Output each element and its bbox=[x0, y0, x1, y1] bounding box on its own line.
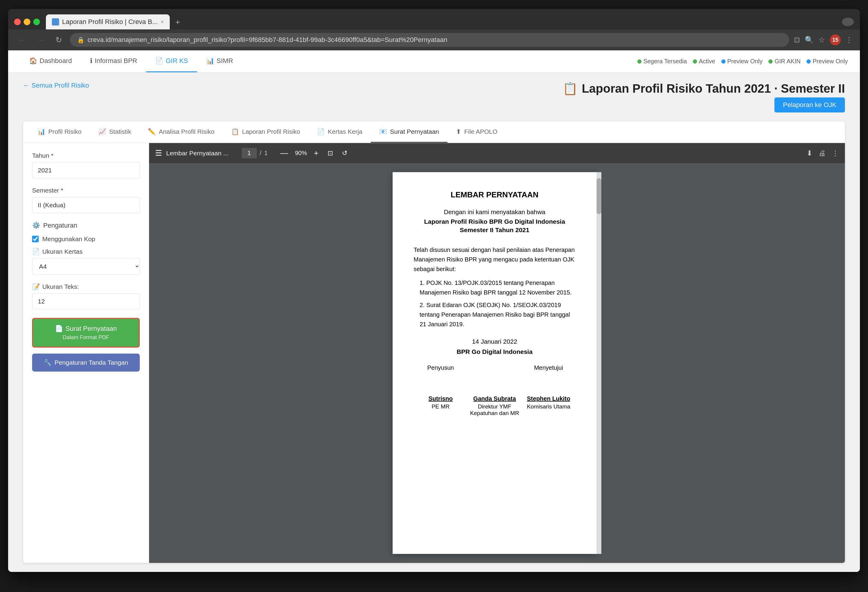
laporan-icon: 📋 bbox=[231, 128, 239, 135]
pdf-page-input[interactable] bbox=[242, 148, 257, 158]
menu-icon[interactable]: ⋮ bbox=[846, 36, 853, 44]
user-avatar[interactable]: 15 bbox=[830, 34, 841, 45]
search-icon[interactable]: 🔍 bbox=[805, 36, 814, 44]
nav-bar: ← → ↻ 🔒 creva.id/manajemen_risiko/lapora… bbox=[8, 30, 860, 50]
nav-simr[interactable]: 📊 SIMR bbox=[197, 50, 242, 72]
profil-icon: 📊 bbox=[37, 128, 45, 135]
app-container: 🏠 Dashboard ℹ Informasi BPR 📄 GIR KS 📊 S… bbox=[8, 50, 860, 572]
tahun-label: Tahun * bbox=[32, 152, 140, 159]
zoom-in-button[interactable]: + bbox=[311, 147, 320, 159]
back-link[interactable]: ← Semua Profil Risiko bbox=[23, 81, 89, 89]
ojk-button[interactable]: Pelaporan ke OJK bbox=[774, 97, 845, 112]
left-panel: Tahun * Semester * ⚙️ Pengaturan bbox=[23, 143, 149, 563]
nav-dashboard[interactable]: 🏠 Dashboard bbox=[20, 50, 81, 72]
signature-names: Sutrisno PE MR Ganda Subrata Direktur YM… bbox=[413, 395, 576, 416]
menyetujui-col: Menyetujui bbox=[521, 365, 576, 389]
ukuran-kertas-select[interactable]: A4 A3 Letter bbox=[32, 258, 140, 275]
simr-icon: 📊 bbox=[206, 57, 214, 65]
pdf-total-pages: 1 bbox=[264, 150, 267, 156]
rotate-button[interactable]: ↺ bbox=[340, 148, 350, 158]
scrollbar-thumb[interactable] bbox=[596, 178, 601, 214]
dot-active bbox=[693, 59, 697, 63]
tab-bar: Laporan Profil Risiko | Creva B... × + bbox=[46, 15, 838, 30]
signer2-role: Direktur YMF Kepatuhan dan MR bbox=[468, 403, 521, 416]
page-header: ← Semua Profil Risiko 📋 Laporan Profil R… bbox=[23, 81, 845, 112]
signer1-col: Sutrisno PE MR bbox=[413, 395, 468, 416]
tab-statistik[interactable]: 📈 Statistik bbox=[90, 121, 140, 143]
back-button[interactable]: ← bbox=[15, 34, 29, 46]
browser-window: Laporan Profil Risiko | Creva B... × + ←… bbox=[8, 9, 860, 572]
tab-profil-risiko[interactable]: 📊 Profil Risiko bbox=[29, 121, 90, 143]
pdf-menu-icon[interactable]: ☰ bbox=[155, 148, 162, 158]
signer3-col: Stephen Lukito Komisaris Utama bbox=[521, 395, 576, 416]
content-wrapper: 📊 Profil Risiko 📈 Statistik ✏️ Analisa P… bbox=[23, 121, 845, 563]
minimize-button[interactable] bbox=[24, 19, 30, 25]
pdf-scrollbar[interactable] bbox=[596, 172, 601, 554]
surat-pernyataan-button[interactable]: 📄 Surat Pernyataan Dalam Format PDF bbox=[32, 318, 140, 348]
page-title: 📋 Laporan Profil Risiko Tahun 2021 · Sem… bbox=[563, 81, 845, 96]
menggunakan-kop-checkbox[interactable] bbox=[32, 236, 39, 242]
surat-btn-wrapper: 📄 Surat Pernyataan Dalam Format PDF bbox=[32, 318, 140, 348]
nav-informasi-bpr[interactable]: ℹ Informasi BPR bbox=[81, 50, 146, 72]
print-icon[interactable]: 🖨 bbox=[818, 149, 826, 158]
tab-kertas-kerja[interactable]: 📄 Kertas Kerja bbox=[309, 121, 371, 143]
window-control bbox=[842, 18, 854, 26]
tab-favicon bbox=[52, 18, 59, 25]
tab-close-icon[interactable]: × bbox=[161, 19, 164, 25]
ukuran-kertas-group: 📄 Ukuran Kertas A4 A3 Letter bbox=[32, 248, 140, 275]
doc-intro: Dengan ini kami menyatakan bahwa bbox=[413, 208, 576, 216]
reload-button[interactable]: ↻ bbox=[53, 34, 65, 46]
bookmark-icon[interactable]: ☆ bbox=[818, 36, 825, 44]
doc-bold2: Semester II Tahun 2021 bbox=[413, 226, 576, 233]
pdf-page: LEMBAR PERNYATAAN Dengan ini kami menyat… bbox=[393, 172, 596, 554]
pdf-zoom: — 90% + bbox=[278, 147, 320, 159]
maximize-button[interactable] bbox=[33, 19, 40, 25]
tab-laporan[interactable]: 📋 Laporan Profil Risiko bbox=[223, 121, 309, 143]
more-options-icon[interactable]: ⋮ bbox=[832, 149, 839, 158]
menggunakan-kop-row: Menggunakan Kop bbox=[32, 235, 140, 243]
tahun-input[interactable] bbox=[32, 162, 140, 179]
gir-icon: 📄 bbox=[155, 57, 163, 65]
close-button[interactable] bbox=[14, 19, 21, 25]
doc-list2: 2. Surat Edaran OJK (SEOJK) No. 1/SEOJK.… bbox=[413, 300, 576, 329]
pdf-icon: 📄 bbox=[55, 325, 63, 332]
tab-analisa[interactable]: ✏️ Analisa Profil Risiko bbox=[139, 121, 223, 143]
nav-actions: ⊡ 🔍 ☆ 15 ⋮ bbox=[794, 34, 853, 45]
pdf-toolbar-left: ☰ Lembar Pernyataan ... / 1 — 90% bbox=[155, 147, 350, 159]
ukuran-teks-input[interactable] bbox=[32, 293, 140, 310]
dot-preview-2 bbox=[806, 59, 811, 63]
signature-row-labels: Penyusun Menyetujui bbox=[413, 365, 576, 389]
tab-file-apolo[interactable]: ⬆ File APOLO bbox=[447, 121, 506, 143]
penyusun-col: Penyusun bbox=[413, 365, 468, 389]
page-title-area: 📋 Laporan Profil Risiko Tahun 2021 · Sem… bbox=[563, 81, 845, 112]
pdf-content: LEMBAR PERNYATAAN Dengan ini kami menyat… bbox=[149, 163, 845, 563]
address-bar[interactable]: 🔒 creva.id/manajemen_risiko/laporan_prof… bbox=[70, 33, 789, 47]
signer1-role: PE MR bbox=[413, 403, 468, 410]
report-icon: 📋 bbox=[563, 81, 578, 96]
dashboard-icon: 🏠 bbox=[29, 57, 37, 65]
signer2-col: Ganda Subrata Direktur YMF Kepatuhan dan… bbox=[468, 395, 521, 416]
semester-input[interactable] bbox=[32, 197, 140, 213]
signer1-name: Sutrisno bbox=[413, 395, 468, 402]
semester-group: Semester * bbox=[32, 187, 140, 213]
title-bar: Laporan Profil Risiko | Creva B... × + bbox=[8, 9, 860, 30]
spacer-col bbox=[468, 365, 521, 389]
active-tab[interactable]: Laporan Profil Risiko | Creva B... × bbox=[46, 15, 170, 30]
nav-gir-ks[interactable]: 📄 GIR KS bbox=[146, 50, 197, 72]
tab-surat-pernyataan[interactable]: 📧 Surat Pernyataan bbox=[371, 121, 447, 143]
new-tab-button[interactable]: + bbox=[170, 15, 185, 30]
download-icon[interactable]: ⬇ bbox=[806, 149, 812, 158]
tab-title: Laporan Profil Risiko | Creva B... bbox=[62, 18, 158, 26]
pengaturan-tanda-tangan-button[interactable]: 🔧 Pengaturan Tanda Tangan bbox=[32, 354, 140, 372]
kertas-icon: 📄 bbox=[317, 128, 325, 135]
cast-icon[interactable]: ⊡ bbox=[794, 36, 800, 44]
menyetujui-label: Menyetujui bbox=[521, 365, 576, 371]
wrench-icon: 🔧 bbox=[44, 359, 52, 366]
surat-tab-icon: 📧 bbox=[379, 128, 387, 135]
pdf-toolbar-right: ⬇ 🖨 ⋮ bbox=[806, 149, 839, 158]
forward-button[interactable]: → bbox=[34, 34, 48, 46]
zoom-out-button[interactable]: — bbox=[278, 147, 290, 159]
fit-page-button[interactable]: ⊡ bbox=[325, 148, 335, 158]
doc-date: 14 Januari 2022 bbox=[413, 338, 576, 345]
signer2-name: Ganda Subrata bbox=[468, 395, 521, 402]
